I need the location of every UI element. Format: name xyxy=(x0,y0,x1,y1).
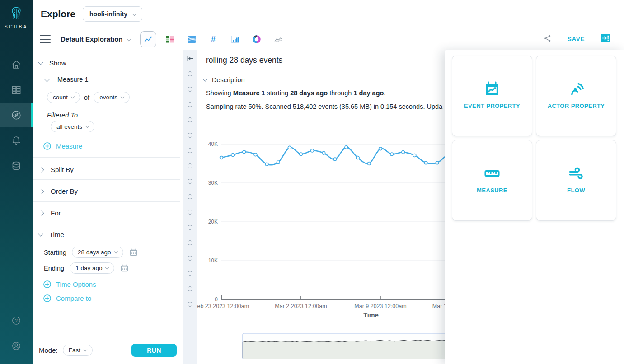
scuba-logo[interactable]: SCUBA xyxy=(0,0,33,32)
rail-slot[interactable] xyxy=(188,302,192,307)
page-title: Explore xyxy=(41,9,75,19)
chevron-right-icon xyxy=(39,167,44,172)
dataset-selector[interactable]: hooli-infinity xyxy=(83,6,142,22)
starting-row: Starting 28 days ago xyxy=(44,247,138,258)
event-property-icon xyxy=(483,79,501,98)
chevron-down-icon xyxy=(114,250,117,253)
plus-circle-icon xyxy=(42,294,52,303)
compare-to-label: Compare to xyxy=(56,294,91,302)
bell-icon xyxy=(10,135,22,146)
starting-select[interactable]: 28 days ago xyxy=(72,247,123,258)
chevron-down-icon xyxy=(38,60,43,65)
chart-type-donut-chart[interactable] xyxy=(249,31,265,47)
exploration-name[interactable]: Default Exploration xyxy=(61,35,123,43)
add-measure-button[interactable]: Measure xyxy=(42,141,82,151)
show-section-header[interactable]: Show xyxy=(39,59,66,67)
sidebar-item-home[interactable] xyxy=(0,52,33,77)
mode-select[interactable]: Fast xyxy=(63,345,93,356)
rail-slot[interactable] xyxy=(188,163,192,168)
measure-name[interactable]: Measure 1 xyxy=(57,76,92,86)
calendar-icon[interactable] xyxy=(120,263,129,273)
for-label: For xyxy=(51,209,61,217)
chart-type-table[interactable] xyxy=(162,31,178,47)
time-label: Time xyxy=(49,231,64,238)
svg-text:Feb 23 2023 12:00am: Feb 23 2023 12:00am xyxy=(197,303,249,309)
rail-slot[interactable] xyxy=(188,286,192,291)
aggregation-select[interactable]: count xyxy=(47,92,80,103)
description-fragment: Measure 1 xyxy=(233,89,265,97)
add-card-actor-property[interactable]: ACTOR PROPERTY xyxy=(536,56,616,136)
rail-slot[interactable] xyxy=(188,271,192,276)
chart-type-bar-chart[interactable] xyxy=(227,31,243,47)
run-button[interactable]: RUN xyxy=(131,344,177,357)
chart-type-number[interactable]: # xyxy=(205,31,221,47)
chart-type-line-chart[interactable] xyxy=(140,31,156,47)
active-indicator xyxy=(31,103,33,127)
rail-slot[interactable] xyxy=(188,117,192,122)
add-card-label: ACTOR PROPERTY xyxy=(548,103,605,109)
add-element-panel: EVENT PROPERTY ACTOR PROPERTY MEASURE FL… xyxy=(445,50,624,364)
split-by-section[interactable]: Split By xyxy=(40,166,74,173)
chart-type-sankey[interactable] xyxy=(183,31,200,47)
database-icon xyxy=(10,160,22,172)
target-select[interactable]: events xyxy=(94,92,130,103)
calendar-icon[interactable] xyxy=(129,247,138,257)
sidebar-item-explore[interactable] xyxy=(0,103,33,127)
for-section[interactable]: For xyxy=(40,209,61,217)
exploration-toolbar: Default Exploration # SAVE xyxy=(33,28,624,50)
add-card-event-property[interactable]: EVENT PROPERTY xyxy=(452,56,532,136)
rail-slot[interactable] xyxy=(188,87,192,92)
order-by-section[interactable]: Order By xyxy=(40,187,78,195)
starting-value: 28 days ago xyxy=(78,249,111,256)
sidebar-item-account[interactable] xyxy=(0,335,33,357)
time-options-label: Time Options xyxy=(56,280,96,288)
collapse-left-icon[interactable] xyxy=(186,54,194,65)
measure-definition-row: count of events xyxy=(47,92,130,103)
query-title-input[interactable]: rolling 28 days events xyxy=(206,56,288,68)
sidebar-item-data[interactable] xyxy=(0,154,33,178)
svg-text:Time: Time xyxy=(363,312,379,319)
rail-slot[interactable] xyxy=(188,148,192,153)
description-fragment: Showing xyxy=(206,89,233,97)
target-value: events xyxy=(99,94,117,101)
sidebar-item-alerts[interactable] xyxy=(0,128,33,153)
rail-slot[interactable] xyxy=(188,194,192,199)
menu-icon[interactable] xyxy=(40,35,51,43)
open-panel-icon[interactable] xyxy=(600,33,610,45)
logo-text: SCUBA xyxy=(5,24,28,29)
filter-row: all events xyxy=(51,121,94,132)
description-section-header[interactable]: Description xyxy=(203,76,245,84)
sidebar-item-help[interactable]: ? xyxy=(0,310,33,331)
time-section-header[interactable]: Time xyxy=(39,231,64,238)
share-icon[interactable] xyxy=(543,34,552,45)
grid-icon xyxy=(10,84,22,96)
rail-slot[interactable] xyxy=(188,240,192,245)
comparison-rail xyxy=(183,50,197,364)
split-by-label: Split By xyxy=(51,166,74,173)
rail-slot[interactable] xyxy=(188,179,192,184)
description-label: Description xyxy=(212,76,245,84)
chart-type-area-chart[interactable] xyxy=(270,31,286,47)
rail-slot[interactable] xyxy=(188,133,192,138)
description-fragment: 28 days ago xyxy=(290,89,328,97)
add-compare-to-button[interactable]: Compare to xyxy=(42,294,91,303)
sidebar-item-dashboards[interactable] xyxy=(0,78,33,102)
rail-slot[interactable] xyxy=(188,210,192,215)
rail-slot[interactable] xyxy=(188,225,192,230)
save-button[interactable]: SAVE xyxy=(568,36,585,42)
rail-slot[interactable] xyxy=(188,71,192,76)
ending-row: Ending 1 day ago xyxy=(44,262,129,274)
filter-select[interactable]: all events xyxy=(51,121,94,132)
add-card-flow[interactable]: FLOW xyxy=(536,140,616,221)
rail-slot[interactable] xyxy=(188,102,192,107)
ending-select[interactable]: 1 day ago xyxy=(70,262,114,274)
scuba-explore-app: SCUBA ? Explore hooli-infinity Default E… xyxy=(0,0,624,364)
measure-icon xyxy=(483,164,501,183)
chevron-down-icon[interactable] xyxy=(127,37,130,41)
add-time-options-button[interactable]: Time Options xyxy=(42,280,96,289)
add-card-measure[interactable]: MEASURE xyxy=(452,140,532,221)
add-card-label: MEASURE xyxy=(477,187,507,194)
measure-1-header[interactable]: Measure 1 xyxy=(45,76,92,86)
actor-property-icon xyxy=(568,79,585,98)
rail-slot[interactable] xyxy=(188,256,192,261)
